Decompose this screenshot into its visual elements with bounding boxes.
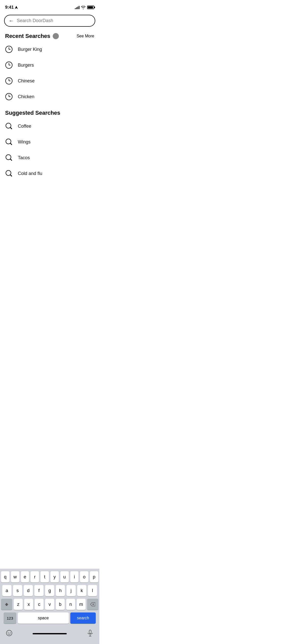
clock-icon	[5, 77, 13, 85]
search-bar[interactable]: ←	[4, 15, 95, 27]
status-icons	[75, 6, 94, 9]
signal-icon	[75, 6, 79, 9]
status-time: 9:41	[5, 5, 18, 10]
recent-searches-list: Burger King Burgers Chinese Chicken	[0, 41, 99, 105]
list-item[interactable]: Chinese	[0, 73, 99, 89]
item-label: Burgers	[18, 63, 34, 68]
list-item[interactable]: Burgers	[0, 57, 99, 73]
suggested-searches-header: Suggested Searches	[0, 107, 99, 118]
item-label: Chinese	[18, 78, 35, 84]
clock-icon	[5, 46, 13, 53]
see-more-button[interactable]: See More	[77, 34, 94, 38]
search-bar-container: ←	[0, 13, 99, 30]
time-display: 9:41	[5, 5, 14, 10]
recent-searches-label: Recent Searches	[5, 33, 50, 39]
list-item[interactable]: Chicken	[0, 89, 99, 105]
svg-marker-0	[15, 6, 18, 9]
list-item[interactable]: Cold and flu	[0, 166, 99, 181]
list-item[interactable]: Coffee	[0, 118, 99, 134]
item-label: Chicken	[18, 94, 34, 99]
list-item[interactable]: Burger King	[0, 41, 99, 57]
item-label: Cold and flu	[18, 171, 42, 176]
suggested-searches-label: Suggested Searches	[5, 110, 60, 116]
suggested-searches-title: Suggested Searches	[5, 110, 60, 116]
search-icon	[5, 138, 13, 146]
recent-searches-title: Recent Searches	[5, 33, 59, 39]
item-label: Wings	[18, 139, 31, 145]
search-icon	[5, 122, 13, 130]
item-label: Coffee	[18, 124, 31, 129]
recent-searches-header: Recent Searches See More	[0, 30, 99, 41]
section-dot	[53, 33, 59, 39]
clock-icon	[5, 61, 13, 69]
list-item[interactable]: Tacos	[0, 150, 99, 166]
suggested-searches-section: Suggested Searches Coffee Wings Tacos Co…	[0, 105, 99, 181]
item-label: Burger King	[18, 47, 42, 52]
wifi-icon	[81, 6, 86, 9]
suggested-searches-list: Coffee Wings Tacos Cold and flu	[0, 118, 99, 181]
search-icon	[5, 154, 13, 162]
back-button[interactable]: ←	[9, 18, 14, 24]
item-label: Tacos	[18, 155, 30, 160]
status-bar: 9:41	[0, 0, 99, 13]
location-arrow-icon	[15, 6, 18, 9]
search-input[interactable]	[17, 18, 91, 23]
search-icon	[5, 170, 13, 177]
list-item[interactable]: Wings	[0, 134, 99, 150]
clock-icon	[5, 93, 13, 100]
battery-icon	[87, 6, 94, 9]
